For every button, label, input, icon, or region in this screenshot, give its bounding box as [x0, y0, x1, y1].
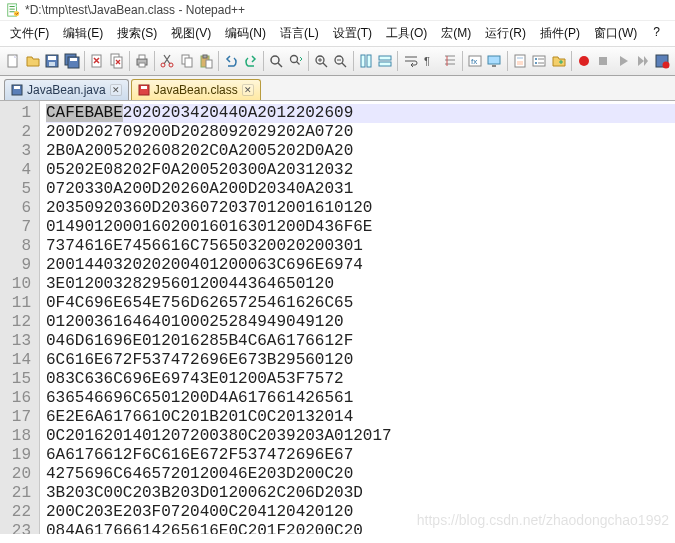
line-number: 13: [10, 332, 31, 351]
func-list-icon[interactable]: [530, 50, 549, 72]
menu-view[interactable]: 视图(V): [165, 23, 217, 44]
code-line[interactable]: 6A6176612F6C616E672F537472696E67: [46, 446, 675, 465]
doc-map-icon[interactable]: [510, 50, 529, 72]
toolbar-separator: [571, 51, 572, 71]
menu-search[interactable]: 搜索(S): [111, 23, 163, 44]
editor: 1234567891011121314151617181920212223242…: [0, 101, 675, 534]
menu-language[interactable]: 语言(L): [274, 23, 325, 44]
code-line[interactable]: 0F4C696E654E756D6265725461626C65: [46, 294, 675, 313]
lang-icon[interactable]: fx: [466, 50, 485, 72]
tab[interactable]: JavaBean.java✕: [4, 79, 129, 100]
code-line[interactable]: 084A61766614265616E0C201F20200C20: [46, 522, 675, 534]
sync-v-icon[interactable]: [356, 50, 375, 72]
menu-encoding[interactable]: 编码(N): [219, 23, 272, 44]
svg-rect-46: [14, 86, 20, 89]
svg-rect-38: [533, 56, 545, 66]
macro-play-icon[interactable]: [614, 50, 633, 72]
menu-edit[interactable]: 编辑(E): [57, 23, 109, 44]
code-line[interactable]: 200D202709200D2028092029202A0720: [46, 123, 675, 142]
code-line[interactable]: 20350920360D2036072037012001610120: [46, 199, 675, 218]
toolbar-separator: [507, 51, 508, 71]
code-line[interactable]: 636546696C6501200D4A617661426561: [46, 389, 675, 408]
close-icon[interactable]: [88, 50, 107, 72]
code-line[interactable]: 083C636C696E69743E01200A53F7572: [46, 370, 675, 389]
line-number: 14: [10, 351, 31, 370]
tab-close-icon[interactable]: ✕: [110, 84, 122, 96]
monitor-icon[interactable]: [485, 50, 504, 72]
code-line[interactable]: 3E0120032829560120044364650120: [46, 275, 675, 294]
code-line[interactable]: 200C203E203F0720400C204120420120: [46, 503, 675, 522]
menu-file[interactable]: 文件(F): [4, 23, 55, 44]
menu-window[interactable]: 窗口(W): [588, 23, 643, 44]
code-line[interactable]: 0720330A200D20260A200D20340A2031: [46, 180, 675, 199]
svg-rect-14: [139, 63, 145, 67]
svg-point-16: [169, 63, 173, 67]
wordwrap-icon[interactable]: [401, 50, 420, 72]
line-number: 16: [10, 389, 31, 408]
code-line[interactable]: 6C616E672F537472696E673B29560120: [46, 351, 675, 370]
toolbar-separator: [263, 51, 264, 71]
menu-run[interactable]: 运行(R): [479, 23, 532, 44]
code-line[interactable]: 3B203C00C203B203D0120062C206D203D: [46, 484, 675, 503]
toolbar-separator: [353, 51, 354, 71]
code-line[interactable]: 7374616E7456616C75650320020200301: [46, 237, 675, 256]
svg-rect-42: [599, 57, 607, 65]
code-line[interactable]: 0120036164640100025284949049120: [46, 313, 675, 332]
code-line[interactable]: 6E2E6A6176610C201B201C0C20132014: [46, 408, 675, 427]
line-number: 6: [10, 199, 31, 218]
open-file-icon[interactable]: [24, 50, 43, 72]
save-all-icon[interactable]: [63, 50, 82, 72]
macro-stop-icon[interactable]: [594, 50, 613, 72]
code-line[interactable]: 0C2016201401207200380C2039203A012017: [46, 427, 675, 446]
indent-guide-icon[interactable]: [440, 50, 459, 72]
app-icon: [6, 3, 20, 17]
undo-icon[interactable]: [222, 50, 241, 72]
macro-save-icon[interactable]: [653, 50, 672, 72]
tab[interactable]: JavaBean.class✕: [131, 79, 261, 100]
redo-icon[interactable]: [242, 50, 261, 72]
menu-help[interactable]: ?: [645, 23, 668, 44]
code-line[interactable]: 200144032020200401200063C696E6974: [46, 256, 675, 275]
line-number: 4: [10, 161, 31, 180]
zoom-in-icon[interactable]: [312, 50, 331, 72]
menubar: 文件(F) 编辑(E) 搜索(S) 视图(V) 编码(N) 语言(L) 设置(T…: [0, 21, 675, 46]
svg-text:fx: fx: [471, 57, 477, 66]
saved-icon: [11, 84, 23, 96]
cut-icon[interactable]: [158, 50, 177, 72]
paste-icon[interactable]: [197, 50, 216, 72]
show-all-icon[interactable]: ¶: [421, 50, 440, 72]
line-number: 10: [10, 275, 31, 294]
toolbar-separator: [462, 51, 463, 71]
line-number: 18: [10, 427, 31, 446]
code-line[interactable]: 046D61696E012016285B4C6A6176612F: [46, 332, 675, 351]
print-icon[interactable]: [133, 50, 152, 72]
folder-icon[interactable]: [549, 50, 568, 72]
macro-run-icon[interactable]: [633, 50, 652, 72]
code-line[interactable]: 4275696C6465720120046E203D200C20: [46, 465, 675, 484]
zoom-out-icon[interactable]: [331, 50, 350, 72]
code-line[interactable]: 2B0A2005202608202C0A2005202D0A20: [46, 142, 675, 161]
menu-settings[interactable]: 设置(T): [327, 23, 378, 44]
svg-rect-18: [185, 58, 192, 67]
titlebar: *D:\tmp\test\JavaBean.class - Notepad++: [0, 0, 675, 21]
code-line[interactable]: 014901200016020016016301200D436F6E: [46, 218, 675, 237]
code-area[interactable]: CAFEBABE2020203420440A2012202609200D2027…: [40, 101, 675, 534]
sync-h-icon[interactable]: [376, 50, 395, 72]
code-line[interactable]: 05202E08202F0A200520300A20312032: [46, 161, 675, 180]
replace-icon[interactable]: [286, 50, 305, 72]
find-icon[interactable]: [267, 50, 286, 72]
tab-close-icon[interactable]: ✕: [242, 84, 254, 96]
svg-point-40: [535, 62, 537, 64]
svg-point-22: [271, 56, 279, 64]
save-icon[interactable]: [43, 50, 62, 72]
macro-rec-icon[interactable]: [575, 50, 594, 72]
close-all-icon[interactable]: [107, 50, 126, 72]
menu-macro[interactable]: 宏(M): [435, 23, 477, 44]
menu-tools[interactable]: 工具(O): [380, 23, 433, 44]
svg-rect-5: [49, 62, 55, 66]
copy-icon[interactable]: [177, 50, 196, 72]
svg-point-44: [662, 62, 669, 69]
code-line[interactable]: CAFEBABE2020203420440A2012202609: [46, 104, 675, 123]
menu-plugins[interactable]: 插件(P): [534, 23, 586, 44]
new-file-icon[interactable]: [4, 50, 23, 72]
